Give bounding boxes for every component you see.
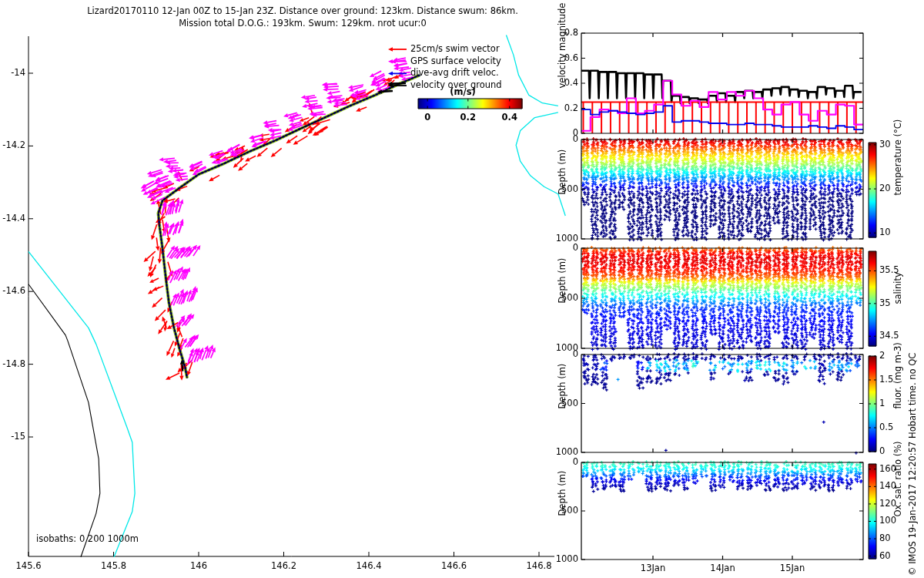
oxygen-saturation-ylabel: Depth (m)	[557, 471, 567, 516]
legend-label-2: GPS surface velocity	[410, 56, 501, 66]
map-ytick--14.4: -14.4	[2, 213, 25, 223]
oxygen-saturation-colorbar-tick-100: 100	[879, 516, 896, 526]
map-ytick--14.8: -14.8	[2, 359, 25, 369]
map-xtick-146.4: 146.4	[357, 561, 382, 571]
isobaths-label: isobaths: 0 200 1000m	[36, 534, 139, 544]
salinity-ytick-0: 0	[573, 243, 578, 253]
glider-mission-figure: { "title": { "line1": "Lizard20170110 12…	[0, 0, 924, 578]
legend-label-4: velocity over ground	[410, 80, 502, 90]
map-colorbar-tick-0.2: 0.2	[460, 113, 476, 123]
fluorescence-colorbar-label: fluor. (mg m-3)	[893, 342, 903, 408]
map-xtick-146.2: 146.2	[271, 561, 296, 571]
map-xtick-146: 146	[190, 561, 207, 571]
xaxis-date-14Jan: 14Jan	[710, 563, 735, 573]
temperature-ytick-0: 0	[573, 134, 578, 144]
map-colorbar-tick-0: 0	[424, 113, 430, 123]
oxygen-saturation-ytick-1000: 1000	[556, 554, 578, 564]
salinity-colorbar-label: salinity	[893, 272, 903, 304]
figure-title-line2: Mission total D.O.G.: 193km. Swum: 129km…	[179, 18, 427, 29]
fluorescence-colorbar-tick-0: 0	[879, 446, 885, 456]
map-ytick--14.6: -14.6	[2, 286, 25, 296]
figure-title-line1: Lizard20170110 12-Jan 00Z to 15-Jan 23Z.…	[87, 6, 518, 16]
oxygen-saturation-ytick-0: 0	[573, 457, 578, 467]
fluorescence-ylabel: Depth (m)	[557, 363, 567, 408]
temperature-ylabel: Depth (m)	[557, 149, 567, 194]
fluorescence-colorbar-tick-2: 2	[879, 351, 885, 361]
temperature-colorbar-tick-30: 30	[879, 139, 891, 150]
fluorescence-colorbar-tick-0.5: 0.5	[879, 422, 893, 432]
velocity-ytick-0.2: 0.2	[564, 103, 578, 113]
velocity-ylabel: velocity magnitude (m/s)	[557, 0, 567, 89]
map-ytick--14: -14	[11, 68, 25, 78]
fluorescence-colorbar-tick-1.5: 1.5	[879, 375, 893, 385]
map-xtick-145.8: 145.8	[101, 561, 126, 571]
map-ytick--14.2: -14.2	[2, 140, 25, 150]
legend-label-3: dive-avg drift veloc.	[410, 68, 499, 78]
temperature-colorbar-tick-10: 10	[879, 227, 891, 237]
oxygen-saturation-colorbar-label: Ox. sat. ratio (%)	[893, 441, 903, 516]
map-ytick--15: -15	[11, 432, 25, 442]
map-xtick-145.6: 145.6	[16, 561, 42, 571]
xaxis-date-13Jan: 13Jan	[641, 563, 665, 573]
imos-credit: © IMOS 19-Jan-2017 12:20:57 Hobart time.…	[908, 353, 918, 576]
salinity-colorbar-tick-35: 35	[879, 298, 891, 308]
fluorescence-ytick-0: 0	[573, 349, 578, 359]
oxygen-saturation-colorbar-tick-80: 80	[879, 533, 891, 543]
temperature-colorbar-label: temperature (°C)	[893, 119, 903, 195]
legend-label-1: 25cm/s swim vector	[410, 44, 500, 54]
temperature-colorbar-tick-20: 20	[879, 183, 891, 193]
salinity-ylabel: Depth (m)	[557, 258, 567, 304]
map-xtick-146.8: 146.8	[527, 561, 552, 571]
oxygen-saturation-colorbar-tick-60: 60	[879, 551, 891, 561]
xaxis-date-15Jan: 15Jan	[780, 563, 805, 573]
salinity-colorbar-tick-34.5: 34.5	[879, 331, 899, 341]
map-colorbar-tick-0.4: 0.4	[502, 113, 517, 123]
fluorescence-colorbar-tick-1: 1	[879, 398, 885, 408]
map-xtick-146.6: 146.6	[441, 561, 467, 571]
